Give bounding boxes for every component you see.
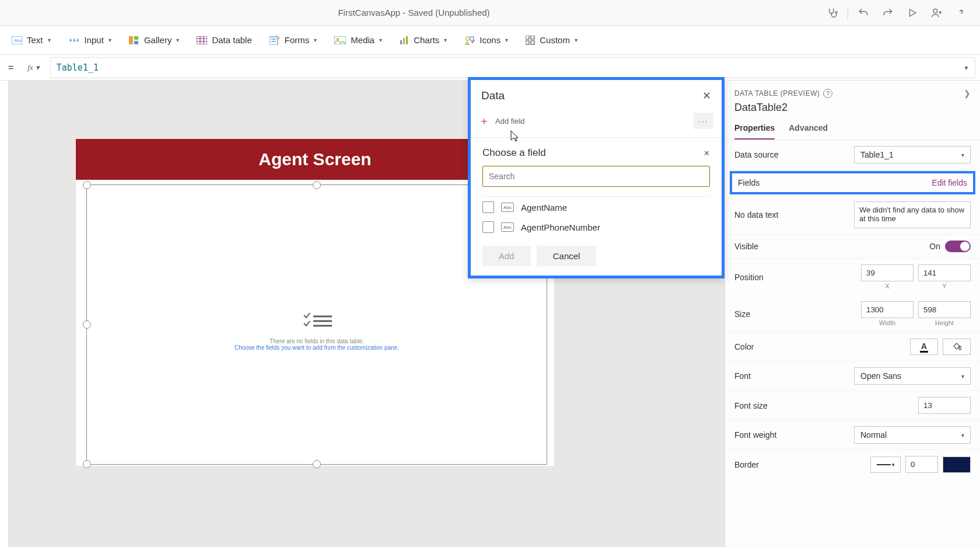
border-width-input[interactable] bbox=[905, 456, 938, 473]
tab-properties[interactable]: Properties bbox=[734, 120, 775, 140]
border-color-swatch[interactable] bbox=[943, 457, 971, 473]
chevron-down-icon: ▾ bbox=[961, 373, 964, 379]
chevron-down-icon: ▾ bbox=[961, 152, 964, 158]
svg-point-14 bbox=[466, 37, 469, 40]
empty-state: There are no fields in this data table. … bbox=[235, 311, 399, 351]
text-type-icon: Abc bbox=[501, 203, 514, 212]
resize-handle[interactable] bbox=[83, 460, 91, 468]
expand-formula-icon[interactable]: ▾ bbox=[964, 62, 969, 73]
fontsize-input[interactable] bbox=[918, 397, 971, 414]
insert-charts[interactable]: Charts▾ bbox=[400, 35, 447, 45]
svg-point-1 bbox=[933, 9, 937, 13]
equals-label: = bbox=[5, 62, 17, 73]
add-field-button[interactable]: ＋ Add field bbox=[479, 114, 525, 128]
app-title: FirstCanvasApp - Saved (Unpublished) bbox=[7, 8, 821, 18]
svg-rect-18 bbox=[526, 41, 529, 44]
svg-rect-9 bbox=[334, 36, 346, 44]
insert-forms[interactable]: Forms▾ bbox=[270, 35, 317, 45]
play-button[interactable] bbox=[901, 1, 924, 25]
datatable-icon bbox=[197, 36, 207, 44]
svg-rect-17 bbox=[531, 36, 534, 39]
insert-text[interactable]: Abc Text▾ bbox=[12, 35, 51, 45]
edit-fields-link[interactable]: Edit fields bbox=[932, 178, 967, 187]
help-button[interactable] bbox=[950, 1, 973, 25]
title-actions bbox=[821, 1, 973, 25]
svg-rect-15 bbox=[470, 37, 474, 40]
label-fontsize: Font size bbox=[734, 401, 768, 410]
chevron-down-icon: ▾ bbox=[505, 37, 508, 43]
empty-line2: Choose the fields you want to add from t… bbox=[235, 344, 399, 351]
field-search-input[interactable] bbox=[482, 166, 710, 187]
checkbox[interactable] bbox=[482, 201, 494, 213]
resize-handle[interactable] bbox=[313, 181, 321, 189]
insert-custom[interactable]: Custom▾ bbox=[526, 35, 578, 45]
close-icon[interactable]: ✕ bbox=[704, 149, 710, 158]
label-nodata: No data text bbox=[734, 210, 779, 220]
position-x-input[interactable] bbox=[861, 264, 914, 281]
nodata-text-input[interactable]: We didn't find any data to show at this … bbox=[854, 201, 971, 228]
share-button[interactable] bbox=[925, 1, 949, 25]
field-option-agentphone[interactable]: Abc AgentPhoneNumber bbox=[482, 221, 710, 233]
insert-datatable[interactable]: Data table bbox=[197, 35, 251, 45]
control-category: DATA TABLE (PREVIEW) ? bbox=[734, 89, 832, 98]
forms-icon bbox=[270, 36, 280, 45]
svg-rect-11 bbox=[400, 40, 402, 44]
checkbox[interactable] bbox=[482, 221, 494, 233]
resize-handle[interactable] bbox=[313, 460, 321, 468]
svg-rect-13 bbox=[406, 36, 408, 44]
left-rail[interactable] bbox=[0, 81, 9, 547]
formula-input[interactable]: Table1_1 ▾ bbox=[50, 57, 975, 78]
empty-line1: There are no fields in this data table. bbox=[235, 338, 399, 344]
resize-handle[interactable] bbox=[83, 181, 91, 189]
insert-icons[interactable]: Icons▾ bbox=[464, 35, 508, 45]
label-visible: Visible bbox=[734, 242, 758, 251]
visible-toggle[interactable] bbox=[945, 241, 971, 252]
height-input[interactable] bbox=[918, 301, 971, 318]
insert-ribbon: Abc Text▾ Input▾ Gallery▾ Data table For… bbox=[0, 26, 980, 55]
insert-gallery[interactable]: Gallery▾ bbox=[129, 35, 180, 45]
add-button[interactable]: Add bbox=[482, 246, 531, 266]
fill-color-button[interactable] bbox=[943, 339, 971, 355]
choose-field-title: Choose a field bbox=[482, 147, 546, 159]
checklist-icon bbox=[235, 311, 399, 333]
title-bar: FirstCanvasApp - Saved (Unpublished) bbox=[0, 0, 980, 26]
redo-button[interactable] bbox=[876, 1, 900, 25]
resize-handle[interactable] bbox=[83, 320, 91, 329]
more-options-button[interactable]: ··· bbox=[694, 113, 713, 129]
text-icon: Abc bbox=[12, 36, 22, 44]
tab-advanced[interactable]: Advanced bbox=[789, 120, 828, 140]
label-position: Position bbox=[734, 273, 764, 282]
text-type-icon: Abc bbox=[501, 222, 514, 232]
chevron-down-icon: ▾ bbox=[36, 63, 40, 72]
field-option-agentname[interactable]: Abc AgentName bbox=[482, 201, 710, 213]
svg-rect-19 bbox=[531, 41, 534, 44]
font-color-button[interactable]: A bbox=[910, 339, 938, 355]
fontweight-select[interactable]: Normal▾ bbox=[854, 426, 971, 444]
insert-input[interactable]: Input▾ bbox=[68, 35, 111, 45]
chevron-down-icon: ▾ bbox=[379, 37, 382, 43]
svg-rect-12 bbox=[403, 38, 405, 44]
svg-text:Abc: Abc bbox=[14, 38, 22, 43]
data-panel-title: Data bbox=[481, 89, 505, 102]
cancel-button[interactable]: Cancel bbox=[537, 246, 597, 266]
svg-rect-8 bbox=[270, 37, 278, 45]
svg-rect-6 bbox=[134, 41, 138, 44]
expand-icon[interactable]: ❯ bbox=[964, 89, 971, 98]
border-style-button[interactable]: ▾ bbox=[870, 457, 901, 473]
svg-rect-7 bbox=[197, 36, 207, 44]
label-size: Size bbox=[734, 309, 750, 319]
undo-button[interactable] bbox=[852, 1, 875, 25]
close-icon[interactable]: ✕ bbox=[702, 89, 711, 102]
separator bbox=[848, 6, 848, 19]
width-input[interactable] bbox=[861, 301, 914, 318]
plus-icon: ＋ bbox=[479, 114, 489, 128]
fields-row-highlight: Fields Edit fields bbox=[730, 171, 975, 194]
datasource-select[interactable]: Table1_1▾ bbox=[854, 146, 971, 163]
stethoscope-icon[interactable] bbox=[821, 1, 844, 25]
label-fontweight: Font weight bbox=[734, 430, 776, 440]
fx-button[interactable]: fx ▾ bbox=[23, 61, 44, 75]
help-icon[interactable]: ? bbox=[823, 89, 832, 98]
position-y-input[interactable] bbox=[918, 264, 971, 281]
insert-media[interactable]: Media▾ bbox=[334, 35, 382, 45]
font-select[interactable]: Open Sans▾ bbox=[854, 367, 971, 385]
